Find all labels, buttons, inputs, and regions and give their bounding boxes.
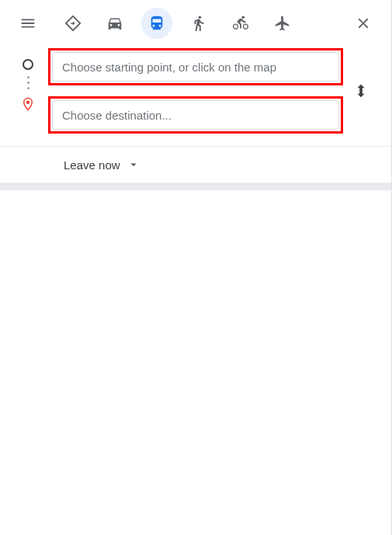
chevron-down-icon	[127, 158, 140, 172]
swap-icon	[352, 82, 369, 99]
origin-field-highlight	[48, 48, 343, 85]
menu-button[interactable]	[12, 8, 43, 39]
directions-icon	[64, 15, 82, 32]
mode-transit[interactable]	[141, 8, 172, 39]
section-separator	[0, 182, 391, 190]
origin-input[interactable]	[52, 52, 339, 82]
mode-driving[interactable]	[99, 8, 130, 39]
mode-flights[interactable]	[267, 8, 298, 39]
close-icon	[355, 15, 372, 32]
mode-best[interactable]	[57, 8, 88, 39]
svg-point-0	[27, 101, 29, 103]
destination-marker-icon	[21, 97, 35, 111]
menu-icon	[19, 15, 36, 32]
plane-icon	[274, 15, 291, 32]
transit-icon	[148, 15, 165, 32]
swap-button[interactable]	[352, 82, 369, 99]
mode-cycling[interactable]	[225, 8, 256, 39]
cycling-icon	[232, 15, 249, 32]
walking-icon	[190, 15, 207, 32]
close-button[interactable]	[348, 8, 379, 39]
car-icon	[106, 15, 123, 32]
route-markers	[12, 48, 43, 134]
destination-input[interactable]	[52, 100, 339, 130]
depart-time-label: Leave now	[64, 158, 120, 172]
mode-walking[interactable]	[183, 8, 214, 39]
destination-field-highlight	[48, 96, 343, 134]
depart-time-selector[interactable]: Leave now	[0, 147, 391, 182]
origin-marker-icon	[23, 59, 33, 70]
route-dots-icon	[27, 76, 29, 89]
